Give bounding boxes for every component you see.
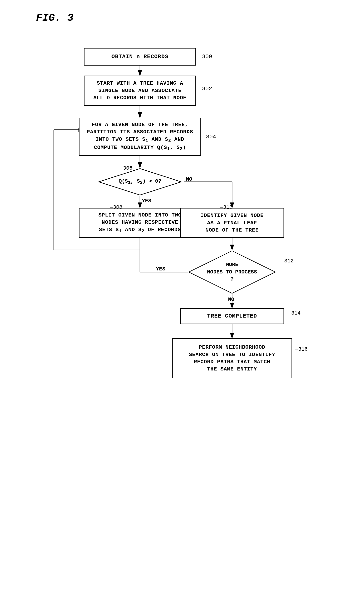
box-310-text: IDENTIFY GIVEN NODEAS A FINAL LEAFNODE O… bbox=[201, 212, 263, 234]
box-300: OBTAIN n RECORDS bbox=[84, 48, 196, 66]
box-308-text: SPLIT GIVEN NODE INTO TWONODES HAVING RE… bbox=[98, 211, 182, 234]
flowchart: OBTAIN n RECORDS 300 START WITH A TREE H… bbox=[22, 36, 342, 577]
diamond-312: MORENODES TO PROCESS? bbox=[188, 250, 276, 294]
box-302: START WITH A TREE HAVING ASINGLE NODE AN… bbox=[84, 76, 196, 106]
box-316: PERFORM NEIGHBORHOODSEARCH ON TREE TO ID… bbox=[172, 338, 292, 378]
ref-316: —316 bbox=[295, 346, 307, 352]
diamond-306: Q(S1, S2) > 0? bbox=[98, 168, 182, 196]
ref-304: 304 bbox=[206, 134, 216, 140]
box-314: TREE COMPLETED bbox=[180, 308, 284, 324]
box-316-text: PERFORM NEIGHBORHOODSEARCH ON TREE TO ID… bbox=[189, 344, 275, 373]
box-302-text: START WITH A TREE HAVING ASINGLE NODE AN… bbox=[93, 80, 187, 101]
ref-312: —312 bbox=[281, 258, 293, 264]
ref-310: —310 bbox=[220, 204, 233, 210]
ref-308: —308 bbox=[110, 204, 122, 210]
box-304-text: FOR A GIVEN NODE OF THE TREE,PARTITION I… bbox=[87, 121, 193, 152]
ref-300: 300 bbox=[202, 54, 212, 60]
ref-314: —314 bbox=[288, 310, 300, 316]
ref-306: —306 bbox=[120, 165, 132, 171]
box-304: FOR A GIVEN NODE OF THE TREE,PARTITION I… bbox=[79, 118, 201, 156]
ref-302: 302 bbox=[202, 86, 212, 92]
page: FIG. 3 bbox=[0, 0, 364, 592]
diamond-312-text: MORENODES TO PROCESS? bbox=[207, 261, 257, 283]
label-yes-312: YES bbox=[156, 266, 165, 272]
box-310: IDENTIFY GIVEN NODEAS A FINAL LEAFNODE O… bbox=[180, 208, 284, 238]
figure-title: FIG. 3 bbox=[36, 12, 348, 24]
label-no-312: NO bbox=[228, 296, 234, 303]
label-no-306: NO bbox=[186, 176, 192, 182]
label-yes-306: YES bbox=[142, 198, 151, 204]
diamond-306-text: Q(S1, S2) > 0? bbox=[118, 178, 161, 185]
